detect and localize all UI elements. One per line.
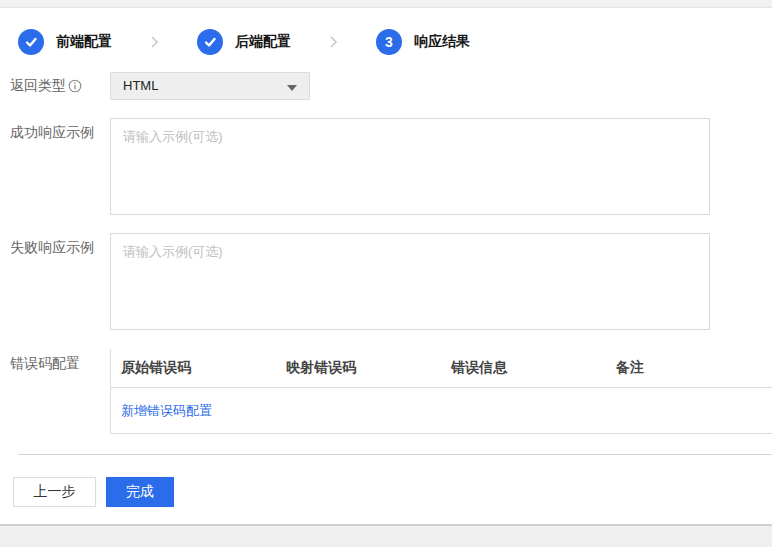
success-example-textarea[interactable] xyxy=(110,118,710,215)
error-code-config-row: 错误码配置 原始错误码 映射错误码 错误信息 备注 新增错误码配置 xyxy=(10,349,772,434)
step-2-label: 后端配置 xyxy=(235,33,291,51)
error-code-config-label: 错误码配置 xyxy=(10,349,110,434)
return-type-select[interactable]: HTML xyxy=(110,72,310,100)
footer-divider xyxy=(18,454,772,455)
bottom-page-strip xyxy=(0,526,772,544)
return-type-selected-value: HTML xyxy=(123,78,158,93)
check-icon xyxy=(203,35,217,49)
fail-example-label: 失败响应示例 xyxy=(10,233,110,330)
error-code-table-header: 原始错误码 映射错误码 错误信息 备注 xyxy=(111,349,772,388)
column-header-mapped-code: 映射错误码 xyxy=(276,359,441,377)
success-example-label: 成功响应示例 xyxy=(10,118,110,215)
success-example-row: 成功响应示例 xyxy=(10,118,772,215)
fail-example-row: 失败响应示例 xyxy=(10,233,772,330)
wizard-stepper: 前端配置 后端配置 3 xyxy=(18,29,772,55)
step-response-result[interactable]: 3 响应结果 xyxy=(376,29,470,55)
column-header-error-message: 错误信息 xyxy=(441,359,606,377)
caret-down-icon xyxy=(287,85,297,91)
finish-button[interactable]: 完成 xyxy=(106,477,174,507)
info-circle-icon[interactable] xyxy=(68,79,82,93)
check-icon xyxy=(24,35,38,49)
chevron-right-icon xyxy=(329,35,338,49)
prev-step-button[interactable]: 上一步 xyxy=(13,477,96,507)
footer-buttons: 上一步 完成 xyxy=(13,477,772,507)
step-3-number-circle: 3 xyxy=(376,29,402,55)
error-code-table-add-row: 新增错误码配置 xyxy=(111,388,772,434)
column-header-remark: 备注 xyxy=(606,359,771,377)
column-header-original-code: 原始错误码 xyxy=(111,359,276,377)
response-result-form: 返回类型 HTML 成功响应示例 xyxy=(10,72,772,434)
step-1-done-circle xyxy=(18,29,44,55)
step-1-label: 前端配置 xyxy=(56,33,112,51)
step-3-label: 响应结果 xyxy=(414,33,470,51)
step-frontend-config[interactable]: 前端配置 xyxy=(18,29,112,55)
return-type-label: 返回类型 xyxy=(10,72,110,100)
response-result-panel: 前端配置 后端配置 3 xyxy=(0,8,772,526)
fail-example-textarea[interactable] xyxy=(110,233,710,330)
error-code-table: 原始错误码 映射错误码 错误信息 备注 新增错误码配置 xyxy=(110,349,772,434)
chevron-right-icon xyxy=(150,35,159,49)
step-backend-config[interactable]: 后端配置 xyxy=(197,29,291,55)
return-type-row: 返回类型 HTML xyxy=(10,72,772,100)
add-error-code-link[interactable]: 新增错误码配置 xyxy=(121,402,212,420)
wizard-page: 前端配置 后端配置 3 xyxy=(0,0,772,547)
step-2-done-circle xyxy=(197,29,223,55)
top-page-strip xyxy=(0,0,772,8)
